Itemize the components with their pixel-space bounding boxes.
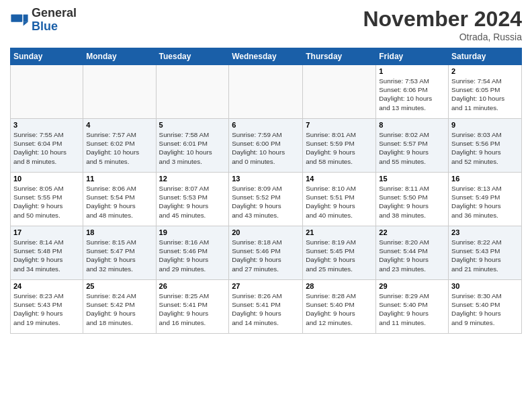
- table-row: 6Sunrise: 7:59 AMSunset: 6:00 PMDaylight…: [229, 119, 303, 173]
- day-info: Sunrise: 8:29 AMSunset: 5:40 PMDaylight:…: [379, 291, 445, 327]
- day-number: 28: [306, 282, 373, 290]
- day-number: 17: [13, 228, 80, 236]
- day-info: Sunrise: 8:05 AMSunset: 5:55 PMDaylight:…: [13, 184, 80, 220]
- table-row: 8Sunrise: 8:02 AMSunset: 5:57 PMDaylight…: [376, 119, 449, 173]
- day-info: Sunrise: 7:58 AMSunset: 6:01 PMDaylight:…: [159, 130, 226, 166]
- svg-marker-0: [24, 14, 28, 21]
- table-row: 16Sunrise: 8:13 AMSunset: 5:49 PMDayligh…: [449, 173, 522, 226]
- day-number: 19: [159, 228, 226, 236]
- day-info: Sunrise: 8:28 AMSunset: 5:40 PMDaylight:…: [306, 291, 373, 327]
- calendar-week-row: 1Sunrise: 7:53 AMSunset: 6:06 PMDaylight…: [11, 65, 522, 119]
- table-row: 21Sunrise: 8:19 AMSunset: 5:45 PMDayligh…: [303, 226, 376, 280]
- location: Otrada, Russia: [363, 32, 522, 42]
- day-number: 26: [159, 282, 226, 290]
- day-info: Sunrise: 8:24 AMSunset: 5:42 PMDaylight:…: [86, 291, 152, 327]
- day-number: 24: [13, 282, 80, 290]
- day-info: Sunrise: 8:18 AMSunset: 5:46 PMDaylight:…: [232, 238, 300, 273]
- day-info: Sunrise: 7:57 AMSunset: 6:02 PMDaylight:…: [86, 130, 152, 166]
- col-wednesday: Wednesday: [229, 48, 303, 65]
- day-number: 5: [159, 121, 226, 129]
- month-title: November 2024: [363, 7, 522, 32]
- day-number: 11: [86, 175, 152, 183]
- day-number: 8: [379, 121, 445, 129]
- day-number: 27: [232, 282, 300, 290]
- page-header: General Blue November 2024 Otrada, Russi…: [10, 7, 522, 42]
- day-number: 7: [306, 121, 373, 129]
- day-number: 9: [451, 121, 519, 129]
- table-row: 18Sunrise: 8:15 AMSunset: 5:47 PMDayligh…: [83, 226, 156, 280]
- col-sunday: Sunday: [11, 48, 83, 65]
- day-number: 4: [86, 121, 152, 129]
- day-number: 3: [13, 121, 80, 129]
- day-number: 6: [232, 121, 300, 129]
- table-row: 5Sunrise: 7:58 AMSunset: 6:01 PMDaylight…: [156, 119, 229, 173]
- table-row: 15Sunrise: 8:11 AMSunset: 5:50 PMDayligh…: [376, 173, 449, 226]
- col-thursday: Thursday: [303, 48, 376, 65]
- day-number: 12: [159, 175, 226, 183]
- day-number: 13: [232, 175, 300, 183]
- day-info: Sunrise: 8:01 AMSunset: 5:59 PMDaylight:…: [306, 130, 373, 166]
- table-row: 11Sunrise: 8:06 AMSunset: 5:54 PMDayligh…: [83, 173, 156, 226]
- day-info: Sunrise: 8:07 AMSunset: 5:53 PMDaylight:…: [159, 184, 226, 220]
- table-row: [303, 65, 376, 119]
- table-row: 27Sunrise: 8:26 AMSunset: 5:41 PMDayligh…: [229, 280, 303, 334]
- table-row: 10Sunrise: 8:05 AMSunset: 5:55 PMDayligh…: [11, 173, 83, 226]
- day-info: Sunrise: 8:20 AMSunset: 5:44 PMDaylight:…: [379, 238, 445, 273]
- day-number: 14: [306, 175, 373, 183]
- table-row: 24Sunrise: 8:23 AMSunset: 5:43 PMDayligh…: [11, 280, 83, 334]
- logo-text: General Blue: [32, 7, 77, 34]
- calendar-week-row: 24Sunrise: 8:23 AMSunset: 5:43 PMDayligh…: [11, 280, 522, 334]
- logo: General Blue: [10, 7, 77, 34]
- day-info: Sunrise: 8:26 AMSunset: 5:41 PMDaylight:…: [232, 291, 300, 327]
- day-info: Sunrise: 8:02 AMSunset: 5:57 PMDaylight:…: [379, 130, 445, 166]
- day-number: 10: [13, 175, 80, 183]
- page-container: General Blue November 2024 Otrada, Russi…: [0, 0, 532, 340]
- table-row: 13Sunrise: 8:09 AMSunset: 5:52 PMDayligh…: [229, 173, 303, 226]
- day-info: Sunrise: 8:10 AMSunset: 5:51 PMDaylight:…: [306, 184, 373, 220]
- calendar-header-row: Sunday Monday Tuesday Wednesday Thursday…: [11, 48, 522, 65]
- day-number: 25: [86, 282, 152, 290]
- calendar-week-row: 17Sunrise: 8:14 AMSunset: 5:48 PMDayligh…: [11, 226, 522, 280]
- logo-blue: Blue: [32, 19, 58, 33]
- title-block: November 2024 Otrada, Russia: [363, 7, 522, 42]
- logo-general: General: [32, 6, 77, 19]
- col-saturday: Saturday: [449, 48, 522, 65]
- day-number: 30: [451, 282, 519, 290]
- day-info: Sunrise: 7:54 AMSunset: 6:05 PMDaylight:…: [451, 77, 519, 112]
- table-row: 7Sunrise: 8:01 AMSunset: 5:59 PMDaylight…: [303, 119, 376, 173]
- table-row: 4Sunrise: 7:57 AMSunset: 6:02 PMDaylight…: [83, 119, 156, 173]
- table-row: 23Sunrise: 8:22 AMSunset: 5:43 PMDayligh…: [449, 226, 522, 280]
- table-row: 3Sunrise: 7:55 AMSunset: 6:04 PMDaylight…: [11, 119, 83, 173]
- day-number: 15: [379, 175, 445, 183]
- day-info: Sunrise: 8:25 AMSunset: 5:41 PMDaylight:…: [159, 291, 226, 327]
- table-row: 2Sunrise: 7:54 AMSunset: 6:05 PMDaylight…: [449, 65, 522, 119]
- table-row: 28Sunrise: 8:28 AMSunset: 5:40 PMDayligh…: [303, 280, 376, 334]
- col-monday: Monday: [83, 48, 156, 65]
- day-number: 29: [379, 282, 445, 290]
- calendar-week-row: 10Sunrise: 8:05 AMSunset: 5:55 PMDayligh…: [11, 173, 522, 226]
- table-row: 14Sunrise: 8:10 AMSunset: 5:51 PMDayligh…: [303, 173, 376, 226]
- calendar-week-row: 3Sunrise: 7:55 AMSunset: 6:04 PMDaylight…: [11, 119, 522, 173]
- day-number: 20: [232, 228, 300, 236]
- table-row: 12Sunrise: 8:07 AMSunset: 5:53 PMDayligh…: [156, 173, 229, 226]
- table-row: 26Sunrise: 8:25 AMSunset: 5:41 PMDayligh…: [156, 280, 229, 334]
- day-info: Sunrise: 7:55 AMSunset: 6:04 PMDaylight:…: [13, 130, 80, 166]
- day-number: 2: [451, 67, 519, 75]
- table-row: 25Sunrise: 8:24 AMSunset: 5:42 PMDayligh…: [83, 280, 156, 334]
- table-row: 30Sunrise: 8:30 AMSunset: 5:40 PMDayligh…: [449, 280, 522, 334]
- day-info: Sunrise: 7:59 AMSunset: 6:00 PMDaylight:…: [232, 130, 300, 166]
- table-row: [11, 65, 83, 119]
- table-row: 22Sunrise: 8:20 AMSunset: 5:44 PMDayligh…: [376, 226, 449, 280]
- day-info: Sunrise: 8:06 AMSunset: 5:54 PMDaylight:…: [86, 184, 152, 220]
- day-info: Sunrise: 8:14 AMSunset: 5:48 PMDaylight:…: [13, 238, 80, 273]
- day-number: 16: [451, 175, 519, 183]
- day-info: Sunrise: 8:03 AMSunset: 5:56 PMDaylight:…: [451, 130, 519, 166]
- day-info: Sunrise: 8:16 AMSunset: 5:46 PMDaylight:…: [159, 238, 226, 273]
- table-row: [156, 65, 229, 119]
- day-info: Sunrise: 8:23 AMSunset: 5:43 PMDaylight:…: [13, 291, 80, 327]
- day-number: 1: [379, 67, 445, 75]
- col-tuesday: Tuesday: [156, 48, 229, 65]
- day-number: 18: [86, 228, 152, 236]
- calendar-table: Sunday Monday Tuesday Wednesday Thursday…: [10, 48, 522, 334]
- day-info: Sunrise: 8:09 AMSunset: 5:52 PMDaylight:…: [232, 184, 300, 220]
